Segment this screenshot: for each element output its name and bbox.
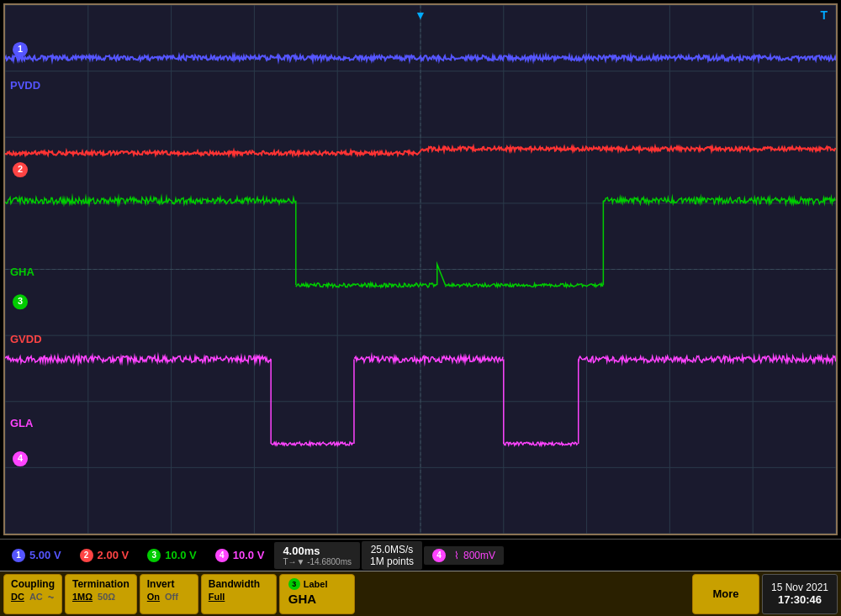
ch3-voltage: 10.0 V: [165, 549, 197, 561]
ch1-measurement[interactable]: 1 5.00 V: [3, 546, 70, 565]
label-title: Label: [304, 579, 328, 589]
ch4-badge: 4: [215, 549, 229, 562]
trigger-marker: ▼: [415, 8, 426, 22]
oscilloscope: PVDD GHA GVDD GLA ▼ T 1 5.00 V 2 2.00 V …: [0, 0, 841, 616]
points-count: 1M points: [370, 555, 414, 567]
coupling-button[interactable]: Coupling DC AC ⏦: [3, 574, 62, 614]
date: 15 Nov 2021: [770, 582, 830, 593]
timebase-display[interactable]: 4.00ms T→▼ -14.6800ms: [274, 542, 360, 569]
trigger-symbol: ⌇: [454, 550, 459, 561]
ch4-voltage: 10.0 V: [233, 549, 265, 561]
sample-rate-display: 25.0MS/s 1M points: [362, 541, 422, 570]
ch3-badge: 3: [147, 549, 161, 562]
ch2-voltage: 2.00 V: [98, 549, 130, 561]
sample-rate: 25.0MS/s: [370, 544, 414, 555]
coupling-ac[interactable]: AC: [29, 592, 43, 602]
invert-button[interactable]: Invert On Off: [140, 574, 198, 614]
coupling-gnd[interactable]: ⏦: [48, 592, 54, 602]
label-ch-badge: 3: [288, 578, 300, 590]
ch2-badge: 2: [80, 549, 93, 562]
ch4-label: GLA: [10, 417, 33, 429]
ch1-badge: 1: [12, 549, 25, 562]
ch1-voltage: 5.00 V: [29, 549, 61, 561]
bandwidth-full[interactable]: Full: [209, 592, 225, 602]
waveforms: [5, 5, 836, 534]
termination-1m[interactable]: 1MΩ: [72, 592, 93, 602]
trigger-t-label: T: [820, 8, 828, 22]
bandwidth-button[interactable]: Bandwidth Full: [201, 574, 277, 614]
datetime-display: 15 Nov 2021 17:30:46: [762, 574, 838, 614]
termination-button[interactable]: Termination 1MΩ 50Ω: [65, 574, 137, 614]
measurement-bar: 1 5.00 V 2 2.00 V 3 10.0 V 4 10.0 V 4.00…: [0, 539, 841, 571]
coupling-dc[interactable]: DC: [11, 592, 24, 602]
invert-title: Invert: [147, 578, 175, 590]
controls-bar: Coupling DC AC ⏦ Termination 1MΩ 50Ω Inv…: [0, 571, 841, 616]
timebase-value: 4.00ms: [283, 545, 352, 557]
termination-title: Termination: [72, 578, 130, 590]
ch2-measurement[interactable]: 2 2.00 V: [71, 546, 138, 565]
more-label: More: [712, 587, 738, 600]
invert-on[interactable]: On: [147, 592, 160, 602]
trigger-ch4-badge: 4: [432, 549, 446, 562]
invert-off[interactable]: Off: [165, 592, 178, 602]
ch3-label: GHA: [10, 266, 34, 278]
time-offset: T→▼ -14.6800ms: [283, 557, 352, 566]
trigger-voltage: 800mV: [463, 550, 495, 561]
bandwidth-title: Bandwidth: [209, 578, 260, 590]
time: 17:30:46: [770, 593, 830, 606]
ch3-measurement[interactable]: 3 10.0 V: [139, 546, 205, 565]
more-button[interactable]: More: [692, 574, 759, 614]
label-button[interactable]: 3 Label GHA: [279, 574, 355, 614]
trigger-level-display[interactable]: 4 ⌇ 800mV: [424, 546, 504, 565]
label-value: GHA: [288, 592, 316, 606]
ch4-measurement[interactable]: 4 10.0 V: [207, 546, 273, 565]
oscilloscope-screen: PVDD GHA GVDD GLA ▼ T: [3, 3, 838, 535]
termination-50[interactable]: 50Ω: [98, 592, 115, 602]
coupling-title: Coupling: [11, 578, 55, 590]
ch1-label: PVDD: [10, 79, 40, 92]
ch2-label: GVDD: [10, 333, 42, 345]
